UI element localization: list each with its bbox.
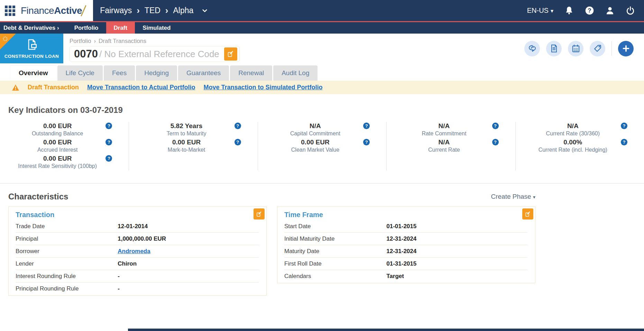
help-icon[interactable] [105,123,112,129]
breadcrumb-portfolio[interactable]: Portfolio [70,38,91,45]
page-breadcrumb: Portfolio Draft Transactions [70,38,240,45]
tag-icon[interactable] [590,41,605,56]
ki-value: 0.00 EUR [139,138,233,146]
row-value: Chiron [118,260,137,267]
language-selector[interactable]: EN-US [527,7,553,15]
table-row: Trade Date 12-01-2014 [16,220,259,233]
add-transaction-button[interactable] [618,41,634,56]
caret-down-icon [551,7,553,15]
pencil-icon [525,211,531,217]
ki-label: Current Rate [397,146,491,153]
help-icon[interactable] [621,123,627,129]
top-navigation-bar: FinanceActive Fairways TED Alpha EN-US ? [0,0,644,21]
table-row: Borrower Andromeda [16,245,259,258]
nav-item-draft[interactable]: Draft [106,22,135,34]
nav-item-simulated[interactable]: Simulated [135,22,178,34]
help-icon[interactable] [234,139,241,145]
transaction-id: 0070 [74,48,98,60]
ki-value: 0.00 EUR [10,138,104,146]
brand-logo[interactable]: FinanceActive [21,5,84,17]
help-icon[interactable] [621,139,627,145]
ki-label: Interest Rate Sensitivity (100bp) [10,163,104,170]
tab-audit-log[interactable]: Audit Log [273,65,318,81]
characteristics-header: Characteristics Create Phase [8,192,535,202]
chevron-down-icon[interactable] [202,8,208,13]
row-label: Interest Rounding Rule [16,273,118,280]
bottom-section-edge [128,329,644,331]
ki-label: Capital Commitment [268,130,362,137]
table-row: First Roll Date 01-31-2015 [284,258,527,270]
row-value: 01-31-2015 [386,260,416,267]
ki-column-1: 0.00 EUR Outstanding Balance 0.00 EUR Ac… [0,122,129,171]
brand-logo-part1: Finance [21,5,54,16]
help-icon[interactable] [105,139,112,145]
help-icon[interactable] [492,139,499,145]
documents-icon[interactable] [546,41,562,56]
breadcrumb-fairways[interactable]: Fairways [100,6,132,15]
tab-renewal[interactable]: Renewal [230,65,272,81]
draft-status-label: Draft Transaction [28,84,79,91]
notifications-bell-icon[interactable] [564,6,574,15]
ki-term-to-maturity: 5.82 Years Term to Maturity [129,122,257,137]
row-value: - [118,285,120,292]
move-to-simulated-link[interactable]: Move Transaction to Simulated Portfolio [203,84,322,91]
ki-label: Current Rate (30/360) [526,130,620,137]
move-to-actual-link[interactable]: Move Transaction to Actual Portfolio [87,84,195,91]
ki-value: N/A [526,122,620,130]
row-value: 12-01-2014 [118,223,148,230]
characteristics-panels: Transaction Trade Date 12-01-2014 Princi… [8,206,535,296]
ki-label: Rate Commitment [397,130,491,137]
edit-time-frame-button[interactable] [522,208,533,220]
table-row: Interest Rounding Rule - [16,270,259,283]
pencil-icon [256,211,263,217]
edit-transaction-button[interactable] [254,208,265,220]
ki-value: 0.00 EUR [10,154,104,163]
user-profile-icon[interactable] [605,6,615,15]
help-icon[interactable] [234,123,241,129]
nav-item-portfolio[interactable]: Portfolio [67,22,106,34]
tab-guarantees[interactable]: Guarantees [178,65,229,81]
row-value: 12-31-2024 [386,235,416,242]
key-indicators-grid: 0.00 EUR Outstanding Balance 0.00 EUR Ac… [0,122,644,171]
ki-rate-commitment: N/A Rate Commitment [387,122,515,137]
help-icon[interactable]: ? [585,6,594,15]
module-navigation-bar: Debt & Derivatives › Portfolio Draft Sim… [0,21,644,34]
tab-fees[interactable]: Fees [104,65,135,81]
page: FinanceActive Fairways TED Alpha EN-US ? [0,0,644,331]
row-value: Target [386,273,404,280]
borrower-link[interactable]: Andromeda [118,248,150,255]
edit-reference-button[interactable] [224,47,237,61]
help-icon[interactable] [105,155,112,162]
topbar-actions: EN-US ? [527,0,644,21]
row-label: Initial Maturity Date [284,235,386,242]
table-row: Lender Chiron [16,258,259,270]
tab-overview[interactable]: Overview [10,65,56,81]
breadcrumb-separator [165,5,168,16]
row-label: Lender [16,260,118,267]
comments-icon[interactable] [524,41,540,56]
row-value: 01-01-2015 [386,223,416,230]
breadcrumb-draft-transactions[interactable]: Draft Transactions [99,38,146,45]
row-label: First Roll Date [284,260,386,267]
help-icon[interactable] [363,123,370,129]
tab-life-cycle[interactable]: Life Cycle [57,65,103,81]
transaction-header: CONSTRUCTION LOAN Portfolio Draft Transa… [0,34,644,63]
help-icon[interactable] [363,139,370,145]
create-phase-button[interactable]: Create Phase [491,193,536,200]
draft-warning-banner: Draft Transaction Move Transaction to Ac… [0,81,644,94]
ki-current-rate-incl-hedging: 0.00% Current Rate (incl. Hedging) [516,138,644,153]
power-logout-icon[interactable] [626,6,635,15]
help-icon[interactable] [492,123,499,129]
row-label: Start Date [284,223,386,230]
breadcrumb-alpha[interactable]: Alpha [173,6,194,15]
tab-hedging[interactable]: Hedging [136,65,177,81]
breadcrumb-ted[interactable]: TED [145,6,160,15]
ki-value: 5.82 Years [139,122,233,130]
divider [611,41,612,56]
ki-outstanding-balance: 0.00 EUR Outstanding Balance [0,122,129,137]
calendar-icon[interactable] [568,41,583,56]
table-row: Calendars Target [284,270,527,282]
app-launcher-icon[interactable] [5,6,15,16]
nav-item-debt-derivatives[interactable]: Debt & Derivatives › [0,22,67,34]
breadcrumb-separator [137,5,140,16]
